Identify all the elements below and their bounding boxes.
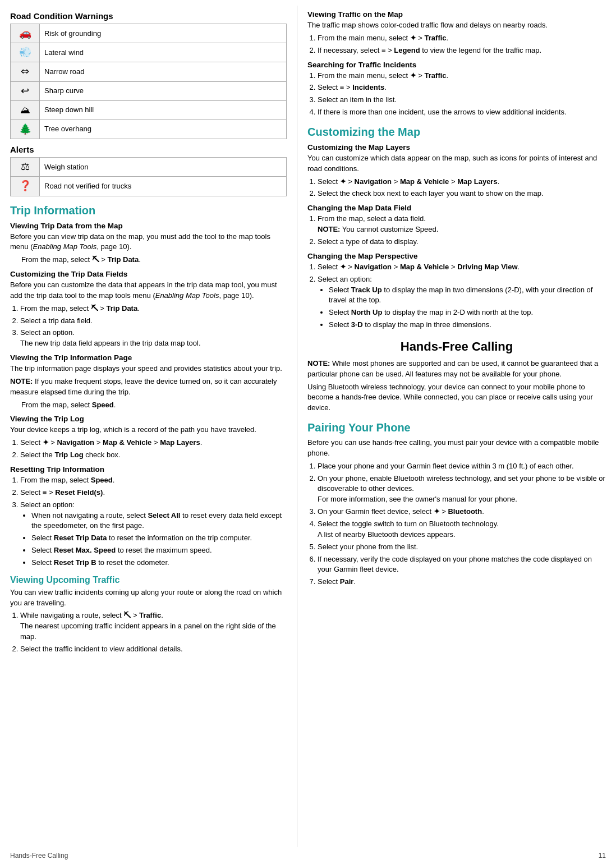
viewing-trip-log-steps: Select ✦ > Navigation > Map & Vehicle > … bbox=[20, 438, 287, 461]
list-item: Select Reset Max. Speed to reset the max… bbox=[31, 545, 287, 556]
enabling-map-tools-link-2[interactable]: Enabling Map Tools bbox=[155, 291, 219, 300]
viewing-upcoming-traffic-body: You can view traffic incidents coming up… bbox=[10, 587, 287, 609]
customizing-trip-fields-title: Customizing the Trip Data Fields bbox=[10, 270, 287, 278]
list-item: Select the check box next to each layer … bbox=[318, 189, 606, 199]
list-item: Select Reset Trip B to reset the odomete… bbox=[31, 558, 287, 568]
risk-of-grounding-icon: 🚗 bbox=[11, 24, 40, 43]
list-item: Select an item in the list. bbox=[318, 95, 606, 105]
viewing-trip-data-title: Viewing Trip Data from the Map bbox=[10, 222, 287, 230]
customizing-map-layers-steps: Select ✦ > Navigation > Map & Vehicle > … bbox=[318, 177, 606, 200]
viewing-upcoming-traffic-steps: While navigating a route, select ⛏ > Tra… bbox=[20, 610, 287, 654]
viewing-upcoming-traffic-title: Viewing Upcoming Traffic bbox=[10, 575, 287, 585]
tree-overhang-icon: 🌲 bbox=[11, 120, 40, 139]
lateral-wind-text: Lateral wind bbox=[40, 43, 287, 62]
list-item: From the main menu, select ✦ > Traffic. bbox=[318, 71, 606, 81]
alerts-table: ⚖ Weigh station ❓ Road not verified for … bbox=[10, 157, 287, 196]
trip-information-title: Trip Information bbox=[10, 204, 287, 217]
road-condition-warnings-table: 🚗 Risk of grounding 💨 Lateral wind ⇔ Nar… bbox=[10, 24, 287, 139]
changing-map-perspective-options: Select Track Up to display the map in tw… bbox=[329, 285, 606, 330]
left-column: Road Condition Warnings 🚗 Risk of ground… bbox=[0, 6, 297, 847]
hands-free-note: NOTE: While most phones are supported an… bbox=[307, 359, 606, 380]
viewing-traffic-title: Viewing Traffic on the Map bbox=[307, 10, 606, 19]
enabling-map-tools-link-1[interactable]: Enabling Map Tools bbox=[33, 242, 96, 251]
list-item: Select a trip data field. bbox=[20, 316, 287, 327]
list-item: When not navigating a route, select Sele… bbox=[31, 511, 287, 532]
list-item: Select North Up to display the map in 2-… bbox=[329, 307, 606, 318]
changing-map-perspective-steps: Select ✦ > Navigation > Map & Vehicle > … bbox=[318, 262, 606, 330]
searching-traffic-steps: From the main menu, select ✦ > Traffic. … bbox=[318, 71, 606, 118]
changing-map-perspective-title: Changing the Map Perspective bbox=[307, 252, 606, 260]
list-item: While navigating a route, select ⛏ > Tra… bbox=[20, 610, 287, 642]
viewing-trip-log-title: Viewing the Trip Log bbox=[10, 415, 287, 423]
list-item: Select ≡ > Reset Field(s). bbox=[20, 488, 287, 498]
viewing-trip-data-body: Before you can view trip data on the map… bbox=[10, 232, 287, 253]
list-item: Select ≡ > Incidents. bbox=[318, 82, 606, 93]
customizing-map-layers-title: Customizing the Map Layers bbox=[307, 143, 606, 151]
list-item: Select ✦ > Navigation > Map & Vehicle > … bbox=[318, 262, 606, 273]
list-item: On your Garmin fleet device, select ✦ > … bbox=[318, 507, 606, 517]
sharp-curve-text: Sharp curve bbox=[40, 81, 287, 100]
weigh-station-icon: ⚖ bbox=[11, 158, 40, 177]
customizing-trip-fields-body: Before you can customize the data that a… bbox=[10, 280, 287, 301]
list-item: Select the toggle switch to turn on Blue… bbox=[318, 519, 606, 540]
table-row: ❓ Road not verified for trucks bbox=[11, 177, 287, 196]
customizing-trip-fields-steps: From the map, select ⛏ > Trip Data. Sele… bbox=[20, 304, 287, 349]
pairing-phone-steps: Place your phone and your Garmin fleet d… bbox=[318, 461, 606, 587]
list-item: Select ✦ > Navigation > Map & Vehicle > … bbox=[20, 438, 287, 448]
footer: Hands-Free Calling 11 bbox=[10, 852, 606, 860]
list-item: From the main menu, select ✦ > Traffic. bbox=[318, 33, 606, 44]
footer-left: Hands-Free Calling bbox=[10, 852, 68, 860]
risk-of-grounding-text: Risk of grounding bbox=[40, 24, 287, 43]
table-row: ⇔ Narrow road bbox=[11, 62, 287, 81]
lateral-wind-icon: 💨 bbox=[11, 43, 40, 62]
list-item: Select Pair. bbox=[318, 577, 606, 587]
table-row: ↩ Sharp curve bbox=[11, 81, 287, 100]
customizing-map-title: Customizing the Map bbox=[307, 126, 606, 139]
list-item: From the map, select a data field. NOTE:… bbox=[318, 214, 606, 235]
list-item: Select the Trip Log check box. bbox=[20, 450, 287, 461]
viewing-trip-log-body: Your device keeps a trip log, which is a… bbox=[10, 425, 287, 435]
viewing-trip-info-note: NOTE: If you make frequent stops, leave … bbox=[10, 376, 287, 398]
customizing-map-layers-body: You can customize which data appear on t… bbox=[307, 153, 606, 174]
narrow-road-icon: ⇔ bbox=[11, 62, 40, 81]
footer-right: 11 bbox=[599, 852, 606, 860]
list-item: Select ✦ > Navigation > Map & Vehicle > … bbox=[318, 177, 606, 187]
list-item: On your phone, enable Bluetooth wireless… bbox=[318, 474, 606, 505]
table-row: ⛰ Steep down hill bbox=[11, 100, 287, 120]
viewing-trip-data-step: From the map, select ⛏ > Trip Data. bbox=[21, 255, 287, 265]
viewing-trip-info-page-title: Viewing the Trip Information Page bbox=[10, 353, 287, 362]
alerts-title: Alerts bbox=[10, 145, 287, 154]
list-item: If there is more than one incident, use … bbox=[318, 107, 606, 118]
searching-traffic-title: Searching for Traffic Incidents bbox=[307, 61, 606, 69]
hands-free-body: Using Bluetooth wireless technology, you… bbox=[307, 382, 606, 414]
list-item: Select an option: When not navigating a … bbox=[20, 500, 287, 568]
table-row: ⚖ Weigh station bbox=[11, 158, 287, 177]
viewing-traffic-body: The traffic map shows color-coded traffi… bbox=[307, 20, 606, 31]
resetting-trip-title: Resetting Trip Information bbox=[10, 465, 287, 474]
road-condition-warnings-title: Road Condition Warnings bbox=[10, 11, 287, 21]
resetting-trip-steps: From the map, select Speed. Select ≡ > R… bbox=[20, 475, 287, 568]
sharp-curve-icon: ↩ bbox=[11, 81, 40, 100]
viewing-trip-info-step: From the map, select Speed. bbox=[21, 400, 287, 411]
viewing-traffic-steps: From the main menu, select ✦ > Traffic. … bbox=[318, 33, 606, 56]
list-item: If necessary, verify the code displayed … bbox=[318, 554, 606, 576]
steep-down-hill-text: Steep down hill bbox=[40, 100, 287, 120]
list-item: Select an option: Select Track Up to dis… bbox=[318, 274, 606, 330]
viewing-trip-info-page-body: The trip information page displays your … bbox=[10, 364, 287, 374]
tree-overhang-text: Tree overhang bbox=[40, 120, 287, 139]
list-item: Select 3-D to display the map in three d… bbox=[329, 320, 606, 330]
hands-free-calling-title: Hands-Free Calling bbox=[307, 339, 606, 354]
list-item: If necessary, select ≡ > Legend to view … bbox=[318, 45, 606, 56]
list-item: Select a type of data to display. bbox=[318, 237, 606, 247]
narrow-road-text: Narrow road bbox=[40, 62, 287, 81]
list-item: From the map, select Speed. bbox=[20, 475, 287, 486]
right-column: Viewing Traffic on the Map The traffic m… bbox=[297, 6, 616, 847]
table-row: 💨 Lateral wind bbox=[11, 43, 287, 62]
changing-map-data-title: Changing the Map Data Field bbox=[307, 204, 606, 212]
road-not-verified-icon: ❓ bbox=[11, 177, 40, 196]
changing-map-data-steps: From the map, select a data field. NOTE:… bbox=[318, 214, 606, 247]
list-item: From the map, select ⛏ > Trip Data. bbox=[20, 304, 287, 314]
list-item: Place your phone and your Garmin fleet d… bbox=[318, 461, 606, 472]
table-row: 🚗 Risk of grounding bbox=[11, 24, 287, 43]
steep-down-hill-icon: ⛰ bbox=[11, 100, 40, 120]
